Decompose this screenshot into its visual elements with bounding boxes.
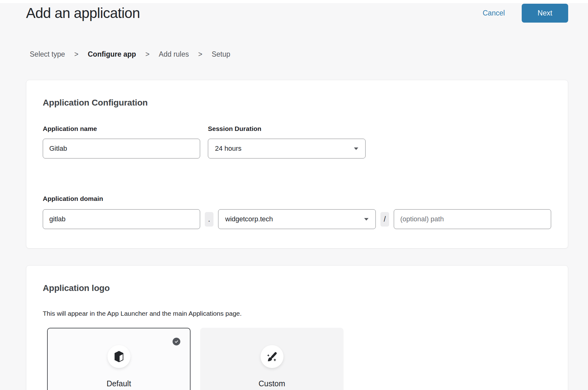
application-name-label: Application name: [43, 125, 200, 132]
cancel-button[interactable]: Cancel: [483, 9, 505, 17]
application-logo-description: This will appear in the App Launcher and…: [43, 310, 242, 318]
application-domain-label: Application domain: [43, 195, 103, 202]
logo-option-default[interactable]: Default: [47, 328, 191, 390]
slash-separator: /: [380, 212, 389, 227]
chevron-down-icon: [364, 218, 369, 221]
logo-options: Default Custom: [47, 328, 344, 390]
domain-select[interactable]: widgetcorp.tech: [218, 209, 376, 229]
paintbrush-icon: [265, 350, 279, 363]
application-name-field: Application name: [43, 125, 200, 158]
top-strip: [0, 0, 588, 3]
application-configuration-heading: Application Configuration: [43, 98, 148, 107]
step-setup: Setup: [212, 50, 230, 58]
session-duration-select[interactable]: 24 hours: [208, 139, 366, 158]
application-configuration-card: Application Configuration Application na…: [26, 80, 568, 249]
default-logo-circle: [108, 345, 130, 368]
session-duration-field: Session Duration 24 hours: [208, 125, 366, 158]
selected-badge: [173, 338, 180, 345]
breadcrumb-separator: >: [145, 50, 149, 58]
path-input[interactable]: [394, 209, 551, 229]
step-configure-app: Configure app: [88, 50, 136, 58]
application-domain-field: Application domain: [43, 195, 103, 202]
next-button[interactable]: Next: [522, 4, 568, 23]
breadcrumb-separator: >: [74, 50, 78, 58]
cube-icon: [113, 350, 125, 363]
application-logo-heading: Application logo: [43, 284, 110, 293]
step-select-type: Select type: [30, 50, 65, 58]
check-icon: [174, 339, 179, 344]
application-domain-row: . widgetcorp.tech /: [43, 209, 551, 229]
domain-select-value: widgetcorp.tech: [225, 215, 273, 223]
application-name-input[interactable]: [43, 139, 200, 158]
logo-option-label: Default: [107, 379, 131, 388]
logo-option-label: Custom: [258, 379, 285, 388]
session-duration-label: Session Duration: [208, 125, 366, 132]
step-add-rules: Add rules: [159, 50, 189, 58]
custom-logo-circle: [261, 345, 283, 368]
add-application-page: Add an application Cancel Next Select ty…: [0, 0, 588, 390]
breadcrumb: Select type > Configure app > Add rules …: [30, 50, 230, 58]
page-title: Add an application: [26, 5, 140, 21]
session-duration-value: 24 hours: [215, 145, 242, 153]
breadcrumb-separator: >: [198, 50, 202, 58]
subdomain-input[interactable]: [43, 209, 200, 229]
application-logo-card: Application logo This will appear in the…: [26, 265, 568, 390]
chevron-down-icon: [354, 147, 358, 150]
logo-option-custom[interactable]: Custom: [200, 328, 344, 390]
dot-separator: .: [205, 212, 213, 227]
